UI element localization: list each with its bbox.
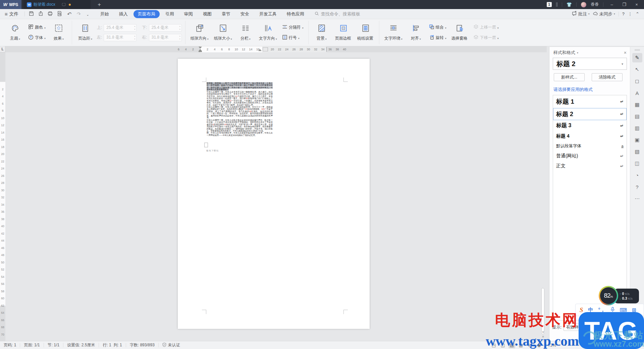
skin-icon[interactable]: 👕 <box>567 2 572 7</box>
ribbon-button[interactable]: 纸张大小 <box>212 21 234 44</box>
ribbon-button[interactable]: 对齐 <box>406 21 426 44</box>
ribbon-button[interactable]: 文字环绕 <box>383 21 404 44</box>
ribbon-button[interactable]: 分隔符 <box>281 23 305 31</box>
style-list-item[interactable]: 正文 ↵ <box>553 161 627 171</box>
first-line-indent-marker[interactable] <box>199 47 202 49</box>
ribbon-button[interactable]: 行号 <box>281 34 305 42</box>
command-search[interactable]: 查找命令、搜索模板 <box>315 11 360 17</box>
vertical-scrollbar[interactable]: ∨ ≡ <box>541 53 545 340</box>
paragraph[interactable]: 年味儿在哪里？啊，年味儿在爷爷手写的一幅幅春联里。进入腊月，街坊邻居就陆续请爷爷… <box>207 91 273 106</box>
redo[interactable]: ↷ <box>74 10 82 18</box>
spinner-icon[interactable]: ▴▾ <box>179 25 180 31</box>
select-tool-icon[interactable]: ↖ <box>632 65 642 74</box>
margin-input[interactable]: 25.4 毫米▴▾ <box>104 24 137 32</box>
ribbon-button[interactable]: 稿纸设置 <box>356 21 376 44</box>
spinner-icon[interactable]: ▴▾ <box>179 35 180 41</box>
format-brush-icon[interactable]: ✎ <box>632 53 642 62</box>
menu-tab[interactable]: 开始 <box>96 10 113 18</box>
paragraph[interactable]: 年味儿在哪里？啊，年味儿在除夕夜此起彼伏的烟花爆竹声中。除夕夜一吃完饭，人们就迫… <box>207 119 273 132</box>
gridlines-widget-icon[interactable] <box>263 47 268 51</box>
document-tab[interactable]: W 盼望着.docx 🖵 <box>23 0 91 9</box>
new-style-button[interactable]: 新样式... <box>554 73 585 81</box>
clear-format-button[interactable]: 清除格式 <box>592 73 623 81</box>
avatar[interactable] <box>581 2 586 7</box>
status-item[interactable]: 设置值: 2.5厘米 <box>63 343 99 347</box>
spinner-icon[interactable]: ▴▾ <box>134 35 135 41</box>
ribbon-button[interactable]: 下移一层 <box>472 34 500 42</box>
history-clock-icon[interactable]: ◔ <box>632 170 642 180</box>
more-menu-button[interactable]: ⋮ <box>628 11 632 16</box>
close-button[interactable]: × <box>633 2 641 7</box>
status-item[interactable]: 字数: 893/893 <box>126 343 159 347</box>
status-item[interactable]: 节: 1/1 <box>44 343 63 347</box>
comment-button[interactable]: 批注▾ <box>572 11 590 17</box>
panel-close-button[interactable]: × <box>624 50 627 55</box>
style-list-item[interactable]: 普通(网站) ↵ <box>553 151 627 161</box>
ribbon-button[interactable]: 页边距 <box>75 21 95 44</box>
style-list-item[interactable]: 默认段落字体 a <box>553 141 627 151</box>
vertical-ruler[interactable]: 2468101214161820222426283032343638404244… <box>0 52 5 341</box>
panel-drag-handle[interactable] <box>635 49 640 51</box>
ime-logo-icon[interactable]: S <box>580 306 583 314</box>
menu-tab[interactable]: 视图 <box>199 10 216 18</box>
paragraph[interactable]: 啊，年味儿在爷爷的春联里，年味儿在奶奶准备的美味佳肴里，年味儿在一声声祝福里——… <box>207 132 273 136</box>
ribbon-button[interactable]: 效果 <box>49 21 68 44</box>
print[interactable] <box>46 10 54 18</box>
paragraph[interactable]: 盼望着，盼望着——盼了一年的春节终于要来了。街上车水马龙，人来人往，好不热闹。家… <box>207 82 273 91</box>
collapse-ribbon-button[interactable]: ⌃ <box>636 11 639 16</box>
certification-status[interactable]: 未认证 <box>159 342 184 348</box>
menu-tab[interactable]: 页面布局 <box>133 10 160 18</box>
table-icon[interactable]: ▦ <box>632 100 642 109</box>
network-speed-widget[interactable]: ↑0K/s ↓0.3K/s 82% <box>599 286 618 305</box>
ribbon-button[interactable]: 页面边框 <box>333 21 354 44</box>
status-item[interactable]: 行: 1 列: 1 <box>99 343 126 347</box>
memory-usage-ball[interactable]: 82% <box>599 286 618 305</box>
menu-tab[interactable]: 章节 <box>217 10 235 18</box>
table-style-icon[interactable]: ▤ <box>632 112 642 121</box>
ribbon-button[interactable]: 背景 <box>312 21 331 44</box>
page[interactable]: 盼望着，盼望着——盼了一年的春节终于要来了。街上车水马龙，人来人往，好不热闹。家… <box>178 59 370 329</box>
current-style-combobox[interactable]: 标题 2 ▾ <box>553 58 627 70</box>
ribbon-button[interactable]: 组合 <box>428 23 448 31</box>
shapes-icon[interactable]: ◻ <box>632 77 642 86</box>
menu-tab[interactable]: 安全 <box>236 10 254 18</box>
status-item[interactable]: 页面: 1/1 <box>20 343 44 347</box>
menu-tab[interactable]: 插入 <box>115 10 132 18</box>
new-tab-button[interactable]: + <box>95 1 103 8</box>
document-map-icon[interactable]: ▣ <box>632 135 642 145</box>
more[interactable]: ⌄ <box>83 10 91 18</box>
image-icon[interactable]: ▧ <box>632 147 642 156</box>
menu-tab[interactable]: 审阅 <box>180 10 197 18</box>
spinner-icon[interactable]: ▴▾ <box>134 25 135 31</box>
ribbon-button[interactable]: 上移一层 <box>472 23 500 31</box>
right-indent-marker[interactable] <box>258 49 262 51</box>
panel-menu-arrow-icon[interactable]: ▾ <box>577 51 578 54</box>
document-text[interactable]: 盼望着，盼望着——盼了一年的春节终于要来了。街上车水马龙，人来人往，好不热闹。家… <box>207 82 273 136</box>
export[interactable] <box>36 10 44 18</box>
ribbon-button[interactable]: 分栏 <box>236 21 255 44</box>
save[interactable] <box>27 10 35 18</box>
style-list-item[interactable]: 标题 4 ↵ <box>553 131 627 141</box>
ribbon-button[interactable]: 纸张方向 <box>189 21 210 44</box>
window-count-badge[interactable]: 1 <box>547 2 552 7</box>
margin-input[interactable]: 31.8 毫米▴▾ <box>104 34 137 41</box>
document-canvas[interactable]: 盼望着，盼望着——盼了一年的春节终于要来了。街上车水马龙，人来人往，好不热闹。家… <box>5 52 541 341</box>
status-item[interactable]: 页码: 1 <box>0 343 20 347</box>
minimize-button[interactable]: – <box>608 2 616 7</box>
ribbon-button[interactable]: 主题 <box>5 21 25 44</box>
wps-logo[interactable]: W WPS <box>0 0 21 9</box>
wordart-icon[interactable]: A <box>632 88 642 98</box>
ribbon-button[interactable]: 旋转 <box>428 34 448 42</box>
maximize-button[interactable]: ❐ <box>620 2 628 7</box>
print-preview[interactable] <box>55 10 63 18</box>
menu-tab[interactable]: 引用 <box>161 10 178 18</box>
menu-tab[interactable]: 特色应用 <box>282 10 309 18</box>
more-tools-icon[interactable]: ⋯ <box>632 194 642 203</box>
ribbon-button[interactable]: 文字方向 <box>257 21 279 44</box>
margin-input[interactable]: 31.8 毫米▴▾ <box>149 34 182 41</box>
horizontal-ruler[interactable]: 642 246810121416182022242628303234363840 <box>0 46 547 52</box>
sync-status-button[interactable]: 未同步▾ <box>593 11 615 17</box>
menu-tab[interactable]: 开发工具 <box>255 10 281 18</box>
ribbon-button[interactable]: 字体 <box>27 34 47 42</box>
columns-icon[interactable]: ▥ <box>632 123 642 133</box>
